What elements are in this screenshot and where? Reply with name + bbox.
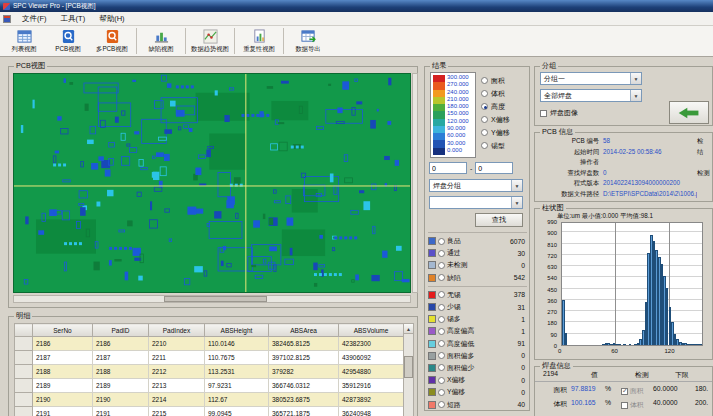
pcb-canvas[interactable]	[13, 73, 411, 293]
table-vertical-scrollbar[interactable]: ▲	[403, 323, 414, 416]
column-header-padindex[interactable]: PadIndex	[149, 324, 205, 337]
metric-checkbox[interactable]	[621, 388, 628, 395]
pcb-vertical-scrollbar[interactable]	[412, 73, 418, 293]
chevron-down-icon[interactable]: ▼	[511, 180, 522, 191]
checkbox-label: 体积	[630, 400, 644, 410]
legend-label: 短路	[447, 400, 515, 410]
pad-select-dropdown[interactable]: 全部焊盘 ▼	[540, 89, 642, 102]
table-row[interactable]: 21912191221599.0945365721.187536240948	[15, 407, 404, 416]
metric-option[interactable]: 高度	[481, 100, 510, 113]
toolbar-repeat-view-button[interactable]: 重复性视图	[237, 27, 281, 56]
pad-check-option[interactable]: 面积	[621, 386, 644, 396]
y-tick-label: 360	[537, 298, 557, 304]
radio-button[interactable]	[481, 129, 488, 136]
toolbar-data-export-button[interactable]: 数据导出	[286, 27, 330, 56]
pcb-component	[359, 190, 364, 193]
legend-radio[interactable]	[438, 340, 445, 347]
metric-option[interactable]: 体积	[481, 87, 510, 100]
metric-option[interactable]: X偏移	[481, 113, 510, 126]
pcb-info-row: 程式版本2014022413094000000200	[537, 178, 713, 189]
range-from-input[interactable]	[429, 162, 467, 174]
scrollbar-thumb[interactable]	[404, 356, 413, 378]
toolbar-label: 缺陷视图	[148, 45, 173, 54]
menu-item[interactable]: 工具(T)	[54, 14, 93, 24]
radio-button[interactable]	[481, 77, 488, 84]
radio-button[interactable]	[481, 116, 488, 123]
pcb-view-title: PCB视图	[14, 62, 47, 70]
pcb-component	[79, 242, 82, 245]
sub-group-dropdown[interactable]: ▼	[429, 196, 523, 209]
toolbar-pcb-view-button[interactable]: PCB视图	[46, 27, 90, 56]
data-export-icon	[301, 29, 316, 44]
pcb-component	[314, 273, 317, 276]
table-row[interactable]: 218721872211110.7675397102.812543906092	[15, 351, 404, 365]
column-header-absarea[interactable]: ABSArea	[269, 324, 339, 337]
pcb-component	[355, 274, 359, 280]
legend-radio[interactable]	[438, 328, 445, 335]
metric-option[interactable]: 锡型	[481, 139, 510, 152]
menu-item[interactable]: 帮助(H)	[92, 14, 131, 24]
pad-group-dropdown[interactable]: 焊盘分组 ▼	[429, 179, 523, 192]
radio-button[interactable]	[481, 142, 488, 149]
checkbox-label: 焊盘图像	[550, 108, 578, 118]
info-label: 程式版本	[537, 178, 599, 189]
pcb-component	[55, 151, 59, 154]
legend-radio[interactable]	[438, 352, 445, 359]
column-header-padid[interactable]: PadID	[93, 324, 149, 337]
toolbar-list-view-button[interactable]: 列表视图	[2, 27, 46, 56]
table-row[interactable]: 218621862210110.0146382465.812542382300	[15, 337, 404, 351]
pad-check-option[interactable]: 体积	[621, 400, 644, 410]
radio-button[interactable]	[481, 90, 488, 97]
range-to-input[interactable]	[475, 162, 513, 174]
group-select-dropdown[interactable]: 分组一 ▼	[540, 72, 642, 85]
table-row[interactable]: 219021902214112.67380523.687542873892	[15, 393, 404, 407]
legend-radio[interactable]	[438, 364, 445, 371]
toolbar-multi-pcb-view-button[interactable]: 多PCB视图	[90, 27, 134, 56]
toolbar-defect-view-button[interactable]: 缺陷视图	[139, 27, 183, 56]
info-extra-label: 检	[697, 136, 713, 147]
table-row[interactable]: 21892189221397.9231366746.031235912916	[15, 379, 404, 393]
histogram-bar	[629, 344, 632, 345]
legend-radio[interactable]	[438, 377, 445, 384]
pad-image-checkbox[interactable]	[540, 110, 547, 117]
table-cell: 2211	[149, 351, 205, 365]
legend-radio[interactable]	[438, 389, 445, 396]
pad-metric-name: 面积	[539, 385, 567, 395]
chevron-down-icon[interactable]: ▼	[630, 90, 641, 101]
legend-radio[interactable]	[438, 250, 445, 257]
pcb-component	[355, 79, 358, 81]
toolbar-trend-view-button[interactable]: 数据趋势视图	[188, 27, 232, 56]
search-button[interactable]: 查找	[475, 213, 523, 227]
table-row[interactable]: 218821882212113.253137928242954880	[15, 365, 404, 379]
column-header-absvolume[interactable]: ABSVolume	[339, 324, 404, 337]
legend-radio[interactable]	[438, 238, 445, 245]
legend-radio[interactable]	[438, 401, 445, 408]
legend-radio[interactable]	[438, 262, 445, 269]
pcb-component	[246, 114, 249, 117]
pad-image-option[interactable]: 焊盘图像	[540, 108, 578, 118]
metric-option[interactable]: 面积	[481, 74, 510, 87]
metric-checkbox[interactable]	[621, 402, 628, 409]
legend-radio[interactable]	[438, 304, 445, 311]
column-header-absheight[interactable]: ABSHeight	[205, 324, 269, 337]
legend-radio[interactable]	[438, 274, 445, 281]
back-button[interactable]	[669, 101, 709, 124]
scrollbar-thumb[interactable]	[164, 296, 267, 302]
legend-label: X偏移	[447, 375, 519, 385]
y-tick-label: 990	[537, 219, 557, 225]
scroll-up-arrow-icon[interactable]: ▲	[404, 324, 413, 334]
chevron-down-icon[interactable]: ▼	[630, 73, 641, 84]
pcb-component	[218, 172, 230, 196]
pad-metric-unit: %	[605, 399, 611, 406]
pcb-horizontal-scrollbar[interactable]	[13, 295, 411, 303]
metric-label: X偏移	[491, 115, 510, 125]
chevron-down-icon[interactable]: ▼	[511, 197, 522, 208]
metric-option[interactable]: Y偏移	[481, 126, 510, 139]
menu-item[interactable]: 文件(F)	[15, 14, 54, 24]
column-header-serno[interactable]: SerNo	[33, 324, 93, 337]
legend-radio[interactable]	[438, 316, 445, 323]
menu-items: 文件(F)工具(T)帮助(H)	[15, 14, 132, 24]
table-cell: 2187	[93, 351, 149, 365]
radio-button[interactable]	[481, 103, 488, 110]
legend-radio[interactable]	[438, 291, 445, 298]
